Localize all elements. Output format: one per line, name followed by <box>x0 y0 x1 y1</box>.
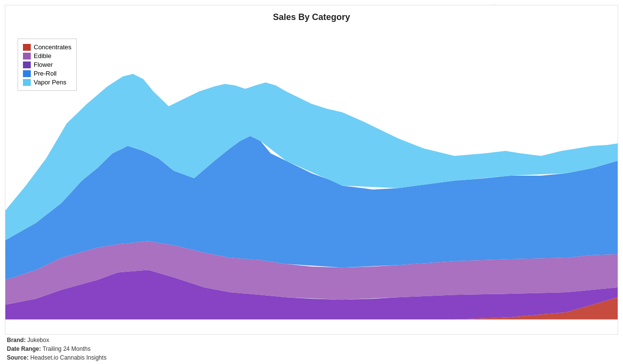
preroll-label: Pre-Roll <box>34 70 57 77</box>
legend-item-flower: Flower <box>23 61 71 68</box>
footer-source: Source: Headset.io Cannabis Insights <box>7 353 106 362</box>
footer-brand: Brand: Jukebox <box>7 336 106 344</box>
brand-label: Brand: <box>7 337 26 344</box>
source-value: Headset.io Cannabis Insights <box>30 354 106 361</box>
footer-info: Brand: Jukebox Date Range: Trailing 24 M… <box>7 336 106 362</box>
edible-label: Edible <box>34 52 51 60</box>
legend-item-vaporpens: Vapor Pens <box>23 79 71 86</box>
flower-swatch <box>23 61 31 68</box>
vaporpens-swatch <box>23 79 31 86</box>
flower-label: Flower <box>34 61 53 68</box>
date-range-label: Date Range: <box>7 345 41 352</box>
vaporpens-label: Vapor Pens <box>34 79 66 86</box>
chart-title: Sales By Category <box>5 5 618 24</box>
chart-legend: Concentrates Edible Flower Pre-Roll Vapo… <box>18 39 77 91</box>
concentrates-swatch <box>23 44 31 51</box>
edible-swatch <box>23 53 31 60</box>
date-range-value: Trailing 24 Months <box>42 345 90 352</box>
legend-item-preroll: Pre-Roll <box>23 70 71 77</box>
chart-container: Sales By Category Concentrates Edible Fl… <box>5 5 618 335</box>
legend-item-edible: Edible <box>23 52 71 60</box>
preroll-swatch <box>23 70 31 77</box>
source-label: Source: <box>7 354 29 361</box>
area-chart-svg: 2023-01 2023-04 2023-07 2023-10 2024-01 … <box>5 27 618 320</box>
page: HEADSET Sales By Category Concentrates E… <box>0 0 623 364</box>
chart-svg-wrapper: 2023-01 2023-04 2023-07 2023-10 2024-01 … <box>5 27 618 320</box>
legend-item-concentrates: Concentrates <box>23 43 71 51</box>
brand-value: Jukebox <box>27 337 49 344</box>
footer-date-range: Date Range: Trailing 24 Months <box>7 344 106 353</box>
concentrates-label: Concentrates <box>34 43 71 51</box>
